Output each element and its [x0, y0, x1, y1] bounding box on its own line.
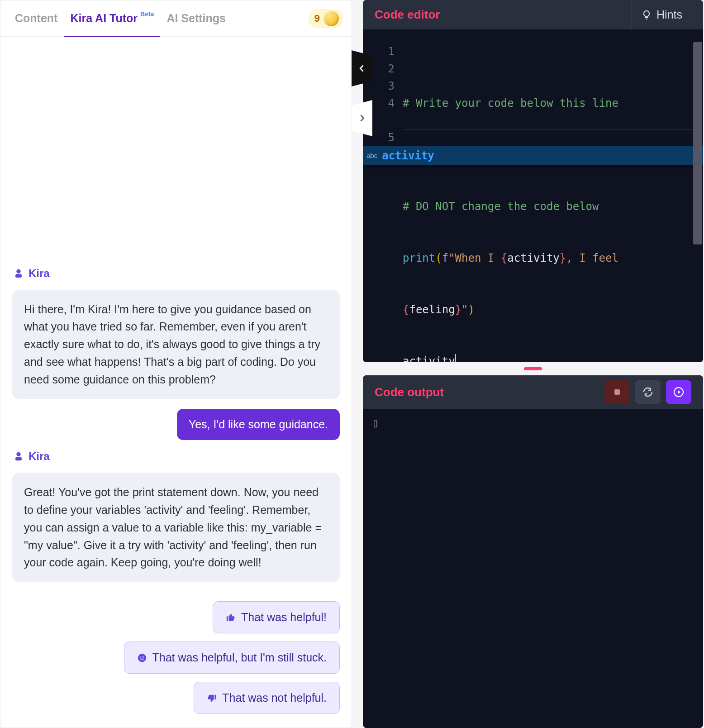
bot-author-1: Kira [12, 267, 340, 280]
bot-message-2: Great! You've got the print statement do… [12, 473, 340, 582]
output-toolbar [604, 380, 691, 404]
vertical-resize-handle[interactable] [524, 367, 542, 370]
svg-rect-3 [15, 457, 22, 460]
reply-stuck-button[interactable]: That was helpful, but I'm still stuck. [124, 642, 340, 674]
tab-content[interactable]: Content [9, 0, 64, 37]
svg-point-6 [140, 656, 141, 657]
quick-replies: That was helpful! That was helpful, but … [12, 601, 340, 714]
play-icon [673, 387, 684, 398]
bot-name-1: Kira [29, 267, 50, 280]
editor-scrollbar[interactable] [693, 42, 702, 362]
coin-counter[interactable]: 9 [308, 9, 343, 28]
svg-point-4 [138, 653, 146, 661]
tabs-bar: Content Kira AI Tutor Beta AI Settings 9 [0, 0, 352, 37]
stop-button[interactable] [604, 380, 630, 404]
hints-label: Hints [656, 8, 682, 21]
tab-ai-settings[interactable]: AI Settings [160, 0, 232, 37]
hints-button[interactable]: Hints [632, 0, 691, 29]
bot-name-2: Kira [29, 450, 50, 463]
output-title: Code output [375, 385, 444, 399]
svg-point-7 [143, 656, 144, 657]
svg-rect-5 [140, 658, 144, 659]
output-cursor: ▯ [372, 416, 379, 430]
coin-count: 9 [314, 13, 320, 24]
user-message-1: Yes, I'd like some guidance. [177, 409, 340, 440]
stop-icon [612, 387, 623, 398]
output-header: Code output [363, 375, 703, 409]
autocomplete-kind: abc [366, 147, 377, 164]
tutor-panel: Content Kira AI Tutor Beta AI Settings 9… [0, 0, 352, 728]
thumbs-down-icon [207, 693, 217, 703]
editor-header: Code editor Hints [363, 0, 703, 29]
tab-kira-tutor[interactable]: Kira AI Tutor Beta [64, 0, 160, 37]
code-editor[interactable]: 1 2 3 4 . 5 # Write your code below this… [363, 29, 703, 362]
autocomplete-popup[interactable]: abc activity [363, 146, 703, 165]
svg-rect-8 [614, 389, 620, 395]
bot-icon [12, 267, 25, 280]
autocomplete-suggestion: activity [382, 147, 434, 164]
collapse-right-handle[interactable] [352, 100, 372, 136]
code-comment: # DO NOT change the code below [403, 200, 599, 213]
bot-author-2: Kira [12, 450, 340, 463]
collapse-left-handle[interactable] [352, 50, 372, 86]
reset-button[interactable] [635, 380, 661, 404]
code-editor-panel: Code editor Hints 1 2 3 4 . 5 # Write yo… [363, 0, 703, 362]
editor-title: Code editor [375, 8, 440, 22]
refresh-icon [642, 387, 653, 398]
reply-not-helpful-label: That was not helpful. [222, 691, 327, 704]
code-output-panel: Code output ▯ [363, 375, 703, 728]
beta-badge: Beta [140, 10, 154, 18]
lightbulb-icon [641, 10, 652, 20]
run-button[interactable] [666, 380, 691, 404]
thumbs-up-icon [226, 613, 236, 623]
bot-icon [12, 450, 25, 463]
neutral-face-icon [137, 653, 147, 663]
output-body: ▯ [363, 409, 703, 728]
svg-point-2 [16, 452, 20, 456]
bot-message-1: Hi there, I'm Kira! I'm here to give you… [12, 290, 340, 399]
coin-icon [323, 11, 339, 26]
reply-stuck-label: That was helpful, but I'm still stuck. [152, 651, 327, 664]
chat-area: Kira Hi there, I'm Kira! I'm here to giv… [0, 37, 352, 728]
reply-not-helpful-button[interactable]: That was not helpful. [194, 682, 340, 714]
code-content[interactable]: # Write your code below this line # DO N… [403, 29, 703, 362]
reply-helpful-label: That was helpful! [241, 611, 327, 624]
right-column: Code editor Hints 1 2 3 4 . 5 # Write yo… [363, 0, 704, 728]
code-comment: # Write your code below this line [403, 97, 618, 110]
text-cursor [455, 354, 456, 362]
svg-point-0 [16, 269, 20, 273]
svg-rect-1 [15, 274, 22, 278]
typed-text: activity [403, 355, 455, 362]
reply-helpful-button[interactable]: That was helpful! [213, 601, 340, 633]
tab-kira-label: Kira AI Tutor [70, 12, 138, 25]
